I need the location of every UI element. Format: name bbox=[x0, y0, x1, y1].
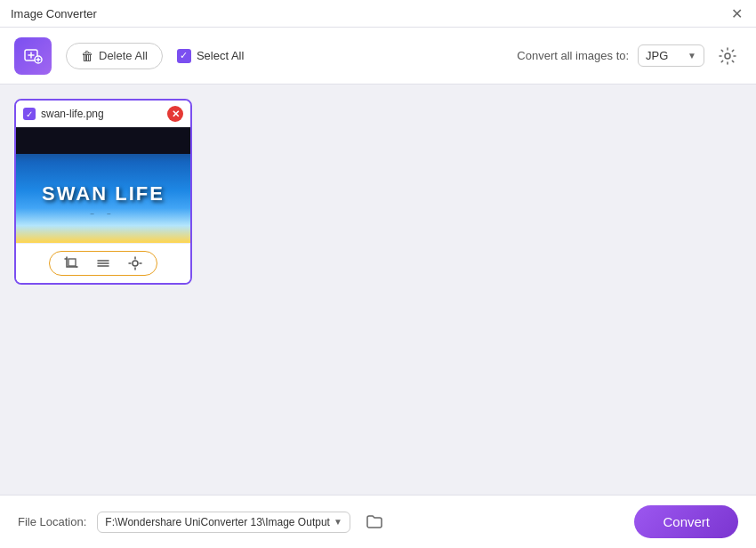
convert-button[interactable]: Convert bbox=[634, 505, 738, 538]
add-file-button[interactable] bbox=[14, 37, 52, 75]
toolbar-left: 🗑 Delete All ✓ Select All bbox=[14, 37, 503, 75]
bottom-bar: File Location: F:\Wondershare UniConvert… bbox=[0, 495, 756, 548]
card-filename: swan-life.png bbox=[41, 108, 104, 120]
close-button[interactable]: ✕ bbox=[728, 4, 745, 22]
image-birds-decoration: ~ ~ bbox=[90, 210, 117, 218]
settings-icon-button[interactable] bbox=[96, 256, 110, 270]
main-content: ✓ swan-life.png ✕ SWAN LIFE ~ ~ bbox=[0, 85, 756, 495]
image-overlay-text: SWAN LIFE bbox=[42, 182, 165, 206]
file-location-label: File Location: bbox=[18, 515, 86, 528]
crop-icon-button[interactable] bbox=[64, 256, 78, 270]
convert-all-label: Convert all images to: bbox=[517, 49, 629, 62]
file-location-area: File Location: F:\Wondershare UniConvert… bbox=[18, 509, 634, 536]
close-icon: ✕ bbox=[731, 5, 743, 22]
card-image-preview: SWAN LIFE ~ ~ bbox=[16, 127, 190, 243]
select-all-checkbox[interactable]: ✓ bbox=[177, 49, 191, 63]
card-header-left: ✓ swan-life.png bbox=[23, 108, 104, 120]
output-settings-button[interactable] bbox=[713, 42, 742, 70]
card-header: ✓ swan-life.png ✕ bbox=[16, 101, 190, 127]
card-actions bbox=[16, 243, 190, 283]
browse-folder-button[interactable] bbox=[361, 509, 388, 536]
app-title: Image Converter bbox=[11, 7, 97, 20]
format-select[interactable]: JPG PNG BMP TIFF GIF WEBP bbox=[646, 49, 684, 62]
svg-rect-3 bbox=[68, 259, 76, 266]
image-card: ✓ swan-life.png ✕ SWAN LIFE ~ ~ bbox=[14, 99, 192, 285]
svg-point-2 bbox=[725, 53, 730, 59]
file-location-dropdown-arrow: ▼ bbox=[334, 517, 342, 527]
card-checkbox[interactable]: ✓ bbox=[23, 108, 36, 120]
card-action-group bbox=[49, 251, 157, 276]
title-bar: Image Converter ✕ bbox=[0, 0, 756, 28]
file-location-path: F:\Wondershare UniConverter 13\Image Out… bbox=[105, 516, 330, 528]
delete-all-label: Delete All bbox=[99, 49, 148, 62]
card-remove-button[interactable]: ✕ bbox=[167, 106, 183, 122]
title-bar-left: Image Converter bbox=[11, 7, 97, 20]
svg-point-7 bbox=[133, 261, 138, 266]
select-all-container[interactable]: ✓ Select All bbox=[177, 49, 244, 63]
trash-icon: 🗑 bbox=[81, 49, 93, 63]
format-select-wrapper[interactable]: JPG PNG BMP TIFF GIF WEBP ▼ bbox=[638, 44, 704, 67]
convert-settings-icon-button[interactable] bbox=[128, 256, 142, 270]
select-all-label: Select All bbox=[197, 49, 244, 62]
delete-all-button[interactable]: 🗑 Delete All bbox=[66, 43, 163, 69]
toolbar: 🗑 Delete All ✓ Select All Convert all im… bbox=[0, 28, 756, 85]
file-location-input-wrapper[interactable]: F:\Wondershare UniConverter 13\Image Out… bbox=[97, 512, 350, 533]
dropdown-arrow-icon: ▼ bbox=[688, 51, 696, 60]
image-top-bar bbox=[16, 127, 190, 154]
toolbar-right: Convert all images to: JPG PNG BMP TIFF … bbox=[517, 42, 742, 70]
